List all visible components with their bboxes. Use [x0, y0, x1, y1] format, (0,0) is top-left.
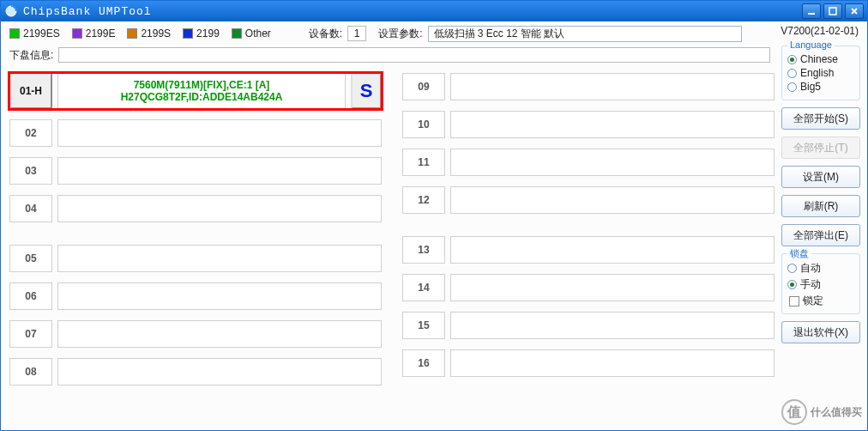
- language-option[interactable]: Big5: [787, 81, 854, 93]
- slot-row: 03: [9, 157, 382, 185]
- start-all-button[interactable]: 全部开始(S): [781, 107, 860, 130]
- slot-row: 04: [9, 195, 382, 222]
- slot-row: 10: [402, 111, 775, 138]
- disk-info-label: 下盘信息:: [9, 48, 53, 63]
- app-icon: [4, 4, 18, 18]
- slot-number-button[interactable]: 13: [402, 236, 445, 264]
- stop-all-button[interactable]: 全部停止(T): [781, 137, 860, 159]
- legend-item: 2199E: [72, 27, 116, 39]
- slot-info: [450, 73, 775, 100]
- slot-number-button[interactable]: 08: [9, 358, 52, 385]
- slot-info: [450, 236, 775, 264]
- slots-column-right: 0910111213141516: [402, 73, 775, 425]
- svg-rect-1: [808, 13, 815, 15]
- maximize-button[interactable]: [823, 3, 842, 19]
- slot-info: 7560M(7911M)[FIX],CE:1 [A]H27QCG8T2F,ID:…: [57, 73, 346, 109]
- legend-label: 2199ES: [23, 27, 60, 39]
- slot-status-button[interactable]: S: [351, 73, 382, 109]
- slot-number-button[interactable]: 06: [9, 282, 52, 310]
- language-option[interactable]: English: [787, 67, 854, 79]
- slot-number-button[interactable]: 05: [9, 245, 52, 272]
- slot-info: [450, 111, 775, 138]
- slot-row: 16: [402, 349, 775, 377]
- slot-row: 09: [402, 73, 775, 100]
- legend-swatch: [72, 28, 82, 39]
- slot-info: [57, 282, 382, 310]
- slot-info: [57, 358, 382, 385]
- slot-row: 02: [9, 119, 382, 147]
- svg-rect-2: [829, 8, 836, 15]
- lock-manual-radio[interactable]: 手动: [787, 277, 854, 292]
- disk-info-field[interactable]: [58, 47, 770, 63]
- legend-swatch: [183, 28, 193, 39]
- language-group: Language ChineseEnglishBig5: [781, 46, 860, 100]
- device-count-label: 设备数:: [309, 27, 342, 41]
- watermark-icon: 值: [781, 399, 807, 425]
- slot-number-button[interactable]: 03: [9, 157, 52, 185]
- language-title: Language: [787, 39, 835, 50]
- slot-info: [57, 245, 382, 272]
- slot-info: [57, 119, 382, 147]
- close-button[interactable]: [845, 3, 864, 19]
- slot-number-button[interactable]: 12: [402, 186, 445, 214]
- version-label: V7200(21-02-01): [781, 25, 859, 37]
- legend-label: Other: [245, 27, 271, 39]
- watermark: 值 什么值得买: [781, 399, 862, 425]
- exit-button[interactable]: 退出软件(X): [781, 321, 860, 343]
- lock-auto-radio[interactable]: 自动: [787, 261, 854, 276]
- legend-swatch: [232, 28, 242, 39]
- slot-info: [450, 186, 775, 214]
- slot-number-button[interactable]: 04: [9, 195, 52, 222]
- slot-row: 01-H7560M(7911M)[FIX],CE:1 [A]H27QCG8T2F…: [9, 73, 382, 109]
- slot-number-button[interactable]: 09: [402, 73, 445, 100]
- legend-swatch: [127, 28, 137, 39]
- device-count-value: 1: [347, 26, 366, 41]
- slot-number-button[interactable]: 14: [402, 274, 445, 301]
- legend-item: 2199: [183, 27, 220, 39]
- legend-item: 2199S: [127, 27, 171, 39]
- refresh-button[interactable]: 刷新(R): [781, 195, 860, 217]
- slot-number-button[interactable]: 16: [402, 349, 445, 377]
- slots-column-left: 01-H7560M(7911M)[FIX],CE:1 [A]H27QCG8T2F…: [9, 73, 382, 425]
- titlebar: ChipsBank UMPTool: [1, 1, 867, 21]
- slot-row: 12: [402, 186, 775, 214]
- legend-item: Other: [232, 27, 271, 39]
- slot-row: 13: [402, 236, 775, 264]
- slot-row: 14: [402, 274, 775, 301]
- param-field[interactable]: 低级扫描 3 Ecc 12 智能 默认: [428, 26, 742, 42]
- slot-number-button[interactable]: 02: [9, 119, 52, 147]
- slot-info: [450, 312, 775, 339]
- slot-row: 06: [9, 282, 382, 310]
- slot-info: [57, 195, 382, 222]
- legend-swatch: [9, 28, 20, 39]
- legend-label: 2199: [196, 27, 220, 39]
- slot-row: 07: [9, 320, 382, 348]
- slot-row: 11: [402, 149, 775, 176]
- right-panel: Language ChineseEnglishBig5 全部开始(S) 全部停止…: [781, 46, 860, 343]
- slot-row: 05: [9, 245, 382, 272]
- slot-number-button[interactable]: 10: [402, 111, 445, 138]
- slot-row: 15: [402, 312, 775, 339]
- legend: 2199ES2199E2199S2199Other: [9, 27, 271, 39]
- slot-number-button[interactable]: 11: [402, 149, 445, 176]
- legend-label: 2199S: [141, 27, 171, 39]
- slot-number-button[interactable]: 01-H: [9, 73, 52, 109]
- language-option[interactable]: Chinese: [787, 53, 854, 65]
- slot-row: 08: [9, 358, 382, 385]
- slot-number-button[interactable]: 15: [402, 312, 445, 339]
- slot-number-button[interactable]: 07: [9, 320, 52, 348]
- slot-info: [450, 274, 775, 301]
- app-window: ChipsBank UMPTool 2199ES2199E2199S2199Ot…: [0, 0, 868, 431]
- lock-checkbox[interactable]: 锁定: [789, 294, 854, 308]
- slot-info: [450, 149, 775, 176]
- minimize-button[interactable]: [802, 3, 821, 19]
- legend-item: 2199ES: [9, 27, 60, 39]
- device-count: 设备数: 1: [309, 26, 366, 41]
- eject-all-button[interactable]: 全部弹出(E): [781, 224, 860, 246]
- slot-info: [57, 157, 382, 185]
- top-toolbar: 2199ES2199E2199S2199Other 设备数: 1 设置参数: 低…: [1, 21, 867, 46]
- settings-button[interactable]: 设置(M): [781, 166, 860, 188]
- param-label: 设置参数:: [378, 27, 422, 41]
- slots-area: 01-H7560M(7911M)[FIX],CE:1 [A]H27QCG8T2F…: [9, 73, 775, 425]
- param-row: 设置参数: 低级扫描 3 Ecc 12 智能 默认: [378, 26, 741, 42]
